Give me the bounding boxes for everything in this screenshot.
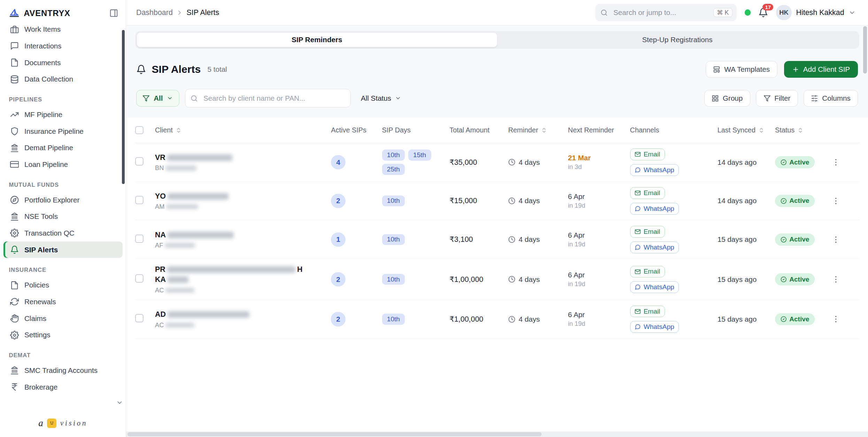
column-header-active-sips[interactable]: Active SIPs: [331, 126, 382, 135]
client-name-redacted: [167, 266, 296, 273]
filter-button[interactable]: Filter: [756, 90, 798, 107]
add-client-sip-button[interactable]: Add Client SIP: [784, 61, 858, 78]
sidebar-item-mf-pipeline[interactable]: MF Pipeline: [3, 106, 123, 123]
sidebar-item-claims[interactable]: Claims: [3, 310, 123, 327]
filter-toolbar: All All Status Group: [136, 89, 858, 108]
row-checkbox[interactable]: [135, 157, 144, 166]
sidebar-item-nse-tools[interactable]: NSE Tools: [3, 208, 123, 225]
column-header-total-amount[interactable]: Total Amount: [449, 126, 508, 135]
plus-icon: [792, 66, 799, 73]
wa-templates-button[interactable]: WA Templates: [706, 61, 777, 78]
row-checkbox[interactable]: [135, 314, 144, 322]
sidebar-item-transaction-qc[interactable]: Transaction QC: [3, 225, 123, 242]
global-search[interactable]: ⌘ K: [595, 4, 737, 22]
sidebar-item-smc-trading-accounts[interactable]: SMC Trading Accounts: [3, 362, 123, 379]
page-title-row: SIP Alerts 5 total WA Templates Add Clie…: [136, 61, 858, 78]
sidebar-item-label: Documents: [24, 59, 61, 67]
tab-sip-reminders[interactable]: SIP Reminders: [137, 33, 497, 47]
row-actions-button[interactable]: [829, 313, 843, 326]
brand-logo[interactable]: AVENTRYX: [9, 8, 105, 19]
rupee-icon: [10, 383, 19, 391]
column-header-channels[interactable]: Channels: [630, 126, 718, 135]
sidebar-item-work-items[interactable]: Work Items: [3, 21, 123, 38]
column-header-reminder[interactable]: Reminder: [508, 126, 568, 135]
notifications-button[interactable]: 17: [758, 8, 768, 18]
sidebar-item-policies[interactable]: Policies: [3, 277, 123, 294]
column-header-next-reminder[interactable]: Next Reminder: [568, 126, 630, 135]
horizontal-scrollbar[interactable]: [126, 431, 868, 437]
status-filter-dropdown[interactable]: All Status: [356, 90, 405, 106]
sidebar-collapse-button[interactable]: [109, 9, 118, 17]
table-search-input[interactable]: [202, 93, 345, 103]
sidebar-item-settings[interactable]: Settings: [3, 327, 123, 344]
page-title: SIP Alerts: [152, 63, 201, 75]
sidebar-scroll-down-indicator[interactable]: [116, 398, 123, 408]
row-actions-button[interactable]: [829, 155, 843, 169]
whatsapp-channel-badge: WhatsApp: [630, 321, 679, 333]
check-circle-icon: [781, 237, 786, 243]
columns-button[interactable]: Columns: [804, 90, 858, 107]
sidebar-scrollbar-thumb[interactable]: [122, 30, 125, 184]
column-header-last-synced[interactable]: Last Synced: [718, 126, 775, 135]
column-header-client[interactable]: Client: [155, 126, 331, 135]
sip-day-badge: 25th: [382, 164, 405, 175]
email-channel-badge: Email: [630, 187, 665, 199]
funnel-icon: [764, 95, 771, 102]
status-badge: Active: [775, 233, 815, 246]
sidebar-item-sip-alerts[interactable]: SIP Alerts: [3, 242, 123, 258]
client-name-suffix: H: [297, 264, 302, 275]
group-button[interactable]: Group: [704, 90, 751, 107]
column-header-sip-days[interactable]: SIP Days: [382, 126, 450, 135]
row-checkbox[interactable]: [135, 235, 144, 243]
clock-icon: [508, 159, 516, 166]
user-menu[interactable]: HK Hitesh Kakkad: [776, 5, 856, 21]
select-all-checkbox-cell: [135, 126, 155, 135]
row-checkbox[interactable]: [135, 196, 144, 204]
client-cell: NA AF: [155, 230, 331, 250]
sidebar-item-label: Loan Pipeline: [24, 160, 68, 169]
sidebar-item-renewals[interactable]: Renewals: [3, 293, 123, 310]
sidebar-item-brokerage[interactable]: Brokerage: [3, 379, 123, 396]
document-icon: [10, 281, 19, 290]
sidebar-item-documents[interactable]: Documents: [3, 54, 123, 71]
sidebar-item-insurance-pipeline[interactable]: Insurance Pipeline: [3, 123, 123, 140]
table-search[interactable]: [185, 89, 351, 108]
chevron-down-icon: [167, 95, 173, 101]
last-synced: 14 days ago: [718, 158, 757, 166]
horizontal-scrollbar-thumb[interactable]: [127, 432, 542, 436]
sidebar-item-portfolio-explorer[interactable]: Portfolio Explorer: [3, 192, 123, 208]
vertical-scrollbar-thumb[interactable]: [863, 26, 867, 74]
sidebar-item-demat-pipeline[interactable]: Demat Pipeline: [3, 139, 123, 156]
refresh-icon: [10, 297, 19, 306]
row-checkbox[interactable]: [135, 274, 144, 283]
row-actions-button[interactable]: [829, 194, 843, 207]
bank-icon: [10, 144, 19, 152]
email-channel-badge: Email: [630, 306, 665, 317]
sidebar-item-interactions[interactable]: Interactions: [3, 38, 123, 54]
sidebar-item-data-collection[interactable]: Data Collection: [3, 71, 123, 87]
vertical-scrollbar[interactable]: [863, 26, 868, 436]
sidebar-item-loan-pipeline[interactable]: Loan Pipeline: [3, 156, 123, 173]
breadcrumb-dashboard[interactable]: Dashboard: [136, 8, 173, 17]
chat-icon: [10, 41, 19, 50]
next-reminder-date: 6 Apr: [568, 310, 625, 319]
row-actions-button[interactable]: [829, 233, 843, 246]
client-name-redacted: [168, 232, 234, 238]
select-all-checkbox[interactable]: [135, 126, 144, 135]
next-reminder-relative: in 19d: [568, 202, 625, 209]
email-channel-badge: Email: [630, 266, 665, 278]
sip-day-badge: 10th: [382, 274, 405, 285]
row-actions-button[interactable]: [829, 273, 843, 286]
column-header-status[interactable]: Status: [775, 126, 829, 135]
avatar: HK: [776, 5, 792, 21]
next-reminder-date: 6 Apr: [568, 271, 625, 279]
total-amount: ₹35,000: [449, 158, 477, 167]
clock-icon: [508, 276, 516, 283]
all-filter-dropdown[interactable]: All: [136, 90, 179, 107]
last-synced: 14 days ago: [718, 197, 757, 205]
clock-icon: [508, 197, 516, 205]
sidebar-item-label: Policies: [24, 281, 49, 289]
table-row: NA AF 1 10th ₹3,100 4 days 6 Apr in 19d …: [135, 220, 859, 259]
global-search-input[interactable]: [612, 8, 709, 17]
tab-step-up-registrations[interactable]: Step-Up Registrations: [497, 33, 858, 47]
